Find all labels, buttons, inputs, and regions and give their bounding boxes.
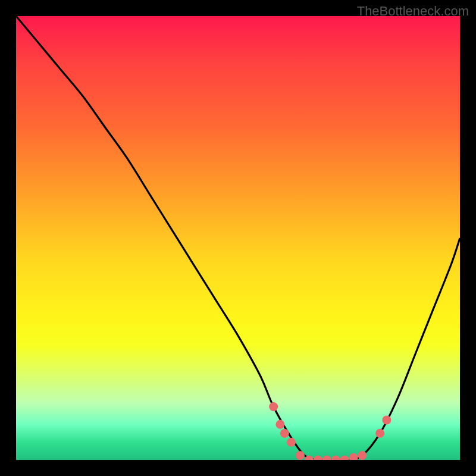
watermark-text: TheBottleneck.com [357,4,469,19]
highlight-dot [287,438,296,447]
highlight-dot [382,415,391,424]
highlight-dot [314,456,322,461]
bottleneck-curve [16,16,460,460]
highlight-dot [375,429,384,438]
highlight-dot [275,420,284,429]
chart-area [16,16,460,460]
highlight-dot [358,451,367,460]
highlight-dot [269,402,278,411]
highlight-dots-group [269,402,391,460]
highlight-dot [349,453,358,460]
highlight-dot [331,456,340,461]
highlight-dot [322,456,331,461]
highlight-dot [340,456,349,461]
highlight-dot [280,429,289,438]
highlight-dot [296,451,305,460]
bottleneck-curve-svg [16,16,460,460]
